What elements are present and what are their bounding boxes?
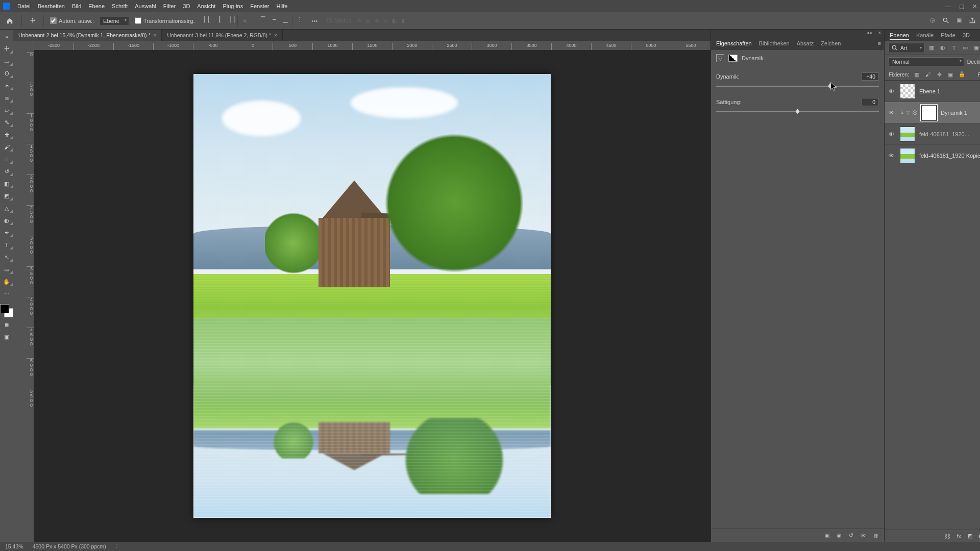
ruler-horizontal[interactable]: -2500-2000-1500-1000-5000500100015002000…: [13, 41, 710, 50]
distribute-v-icon[interactable]: ⋮: [295, 15, 304, 24]
close-tab-icon[interactable]: ×: [274, 33, 277, 38]
eraser-tool[interactable]: ◧: [0, 179, 13, 189]
clip-to-layer-icon[interactable]: ▣: [824, 532, 829, 539]
window-maximize-icon[interactable]: ▢: [959, 3, 964, 10]
shape-tool[interactable]: ▭: [0, 264, 13, 274]
brush-tool[interactable]: 🖌: [0, 142, 13, 152]
pen-tool[interactable]: ✒: [0, 228, 13, 238]
crop-tool[interactable]: ⧈: [0, 93, 13, 103]
history-brush-tool[interactable]: ↺: [0, 166, 13, 177]
screen-mode-icon[interactable]: ▣: [0, 332, 13, 342]
lock-artboard-icon[interactable]: ▣: [947, 71, 954, 78]
lock-image-icon[interactable]: 🖌: [924, 71, 932, 78]
lock-all-icon[interactable]: 🔒: [958, 71, 965, 78]
layer-row[interactable]: 👁 Ebene 1: [885, 81, 980, 102]
layer-name[interactable]: Dynamik 1: [941, 110, 967, 116]
filter-smartobject-icon[interactable]: ▣: [972, 44, 980, 52]
align-left-icon[interactable]: ▏▏: [204, 15, 213, 24]
frame-tool[interactable]: ▱: [0, 105, 13, 115]
workspace-switcher-icon[interactable]: ▣: [957, 17, 962, 25]
document-tab[interactable]: Unbenannt-2 bei 15,4% (Dynamik 1, Ebenen…: [13, 30, 162, 41]
menu-item[interactable]: 3D: [183, 3, 190, 9]
view-previous-icon[interactable]: ◉: [837, 532, 842, 539]
filter-adjustment-icon[interactable]: ◐: [939, 44, 947, 52]
panel-menu-icon[interactable]: ≡: [878, 40, 881, 46]
tab-paths[interactable]: Pfade: [941, 32, 955, 38]
layer-row[interactable]: 👁 ↳▽⛓ Dynamik 1: [885, 102, 980, 123]
panel-collapse-icon[interactable]: ◂◂: [867, 30, 872, 35]
align-center-v-icon[interactable]: ━: [270, 15, 279, 24]
align-center-h-icon[interactable]: ┃: [215, 15, 224, 24]
transform-controls-checkbox[interactable]: Transformationsstrg.: [135, 17, 194, 24]
home-button[interactable]: [4, 15, 15, 27]
layer-thumbnail[interactable]: [900, 148, 915, 163]
cloud-docs-icon[interactable]: ◶: [930, 17, 935, 25]
zoom-level[interactable]: 15.43%: [5, 543, 23, 549]
eyedropper-tool[interactable]: ✎: [0, 117, 13, 128]
menu-item[interactable]: Plug-ins: [223, 3, 243, 9]
menu-item[interactable]: Ansicht: [197, 3, 215, 9]
blur-tool[interactable]: △: [0, 203, 13, 213]
more-options-icon[interactable]: •••: [310, 16, 319, 26]
layer-effects-icon[interactable]: fx: [957, 533, 961, 539]
dodge-tool[interactable]: ◐: [0, 215, 13, 226]
status-more-icon[interactable]: 〉: [115, 543, 121, 550]
layer-row[interactable]: 👁 feld-406181_1920 Kopie: [885, 145, 980, 166]
visibility-toggle-icon[interactable]: 👁: [889, 153, 896, 159]
color-swatches[interactable]: [0, 304, 13, 317]
filter-shape-icon[interactable]: ▭: [961, 44, 969, 52]
document-info[interactable]: 4500 Px x 5400 Px (300 ppcm): [33, 543, 106, 549]
edit-toolbar-icon[interactable]: ⋯: [0, 289, 13, 299]
marquee-tool[interactable]: ▭: [0, 56, 13, 66]
auto-select-target-dropdown[interactable]: Ebene: [100, 17, 129, 25]
window-close-icon[interactable]: ✕: [972, 3, 977, 10]
filter-pixel-icon[interactable]: ▦: [927, 44, 936, 52]
align-right-icon[interactable]: ▕▕: [226, 15, 235, 24]
artboard[interactable]: [193, 74, 551, 518]
layer-name[interactable]: feld-406181_1920 Kopie: [919, 153, 980, 159]
ruler-vertical[interactable]: 0500100015002000250030003500400045005000…: [13, 50, 34, 542]
layer-name[interactable]: feld-406181_1920...: [919, 131, 969, 137]
canvas[interactable]: [34, 50, 710, 542]
menu-item[interactable]: Bild: [72, 3, 81, 9]
type-tool[interactable]: T: [0, 240, 13, 250]
path-selection-tool[interactable]: ↖: [0, 252, 13, 262]
reset-icon[interactable]: ↺: [849, 532, 853, 539]
toggle-visibility-icon[interactable]: 👁: [861, 533, 866, 539]
vibrance-slider[interactable]: [716, 83, 879, 90]
tab-layers[interactable]: Ebenen: [890, 32, 909, 38]
visibility-toggle-icon[interactable]: 👁: [889, 110, 896, 116]
tab-channels[interactable]: Kanäle: [916, 32, 934, 38]
search-icon[interactable]: [942, 17, 949, 25]
auto-select-checkbox[interactable]: Autom. ausw.:: [50, 17, 94, 24]
healing-brush-tool[interactable]: ✚: [0, 130, 13, 140]
tab-libraries[interactable]: Bibliotheken: [759, 40, 790, 46]
transform-check[interactable]: [135, 17, 141, 24]
layer-mask-thumbnail[interactable]: [921, 105, 937, 120]
tab-3d[interactable]: 3D: [963, 32, 970, 38]
clone-stamp-tool[interactable]: ⎍: [0, 154, 13, 164]
share-icon[interactable]: [969, 17, 976, 25]
visibility-toggle-icon[interactable]: 👁: [889, 131, 896, 137]
lock-position-icon[interactable]: ✥: [936, 71, 943, 78]
menu-item[interactable]: Bearbeiten: [38, 3, 65, 9]
menu-item[interactable]: Auswahl: [135, 3, 156, 9]
align-top-icon[interactable]: ▔: [258, 15, 267, 24]
link-layers-icon[interactable]: ⛓: [945, 533, 950, 539]
align-bottom-icon[interactable]: ▁: [281, 15, 290, 24]
distribute-h-icon[interactable]: ≡: [240, 15, 249, 24]
move-tool[interactable]: [0, 44, 13, 54]
layer-thumbnail[interactable]: [900, 127, 915, 142]
lock-transparency-icon[interactable]: ▦: [913, 71, 920, 78]
hand-tool[interactable]: ✋: [0, 277, 13, 287]
menu-item[interactable]: Hilfe: [276, 3, 287, 9]
saturation-value[interactable]: 0: [862, 98, 879, 106]
menu-item[interactable]: Datei: [17, 3, 31, 9]
document-tab[interactable]: Unbenannt-3 bei 11,9% (Ebene 2, RGB/8) *…: [162, 30, 283, 41]
blend-mode-dropdown[interactable]: Normal: [889, 57, 964, 66]
expand-toolbar-icon[interactable]: »: [0, 32, 13, 42]
tab-properties[interactable]: Eigenschaften: [716, 40, 752, 46]
menu-item[interactable]: Ebene: [88, 3, 105, 9]
magic-wand-tool[interactable]: ✶: [0, 81, 13, 91]
link-icon[interactable]: ⛓: [912, 110, 917, 115]
